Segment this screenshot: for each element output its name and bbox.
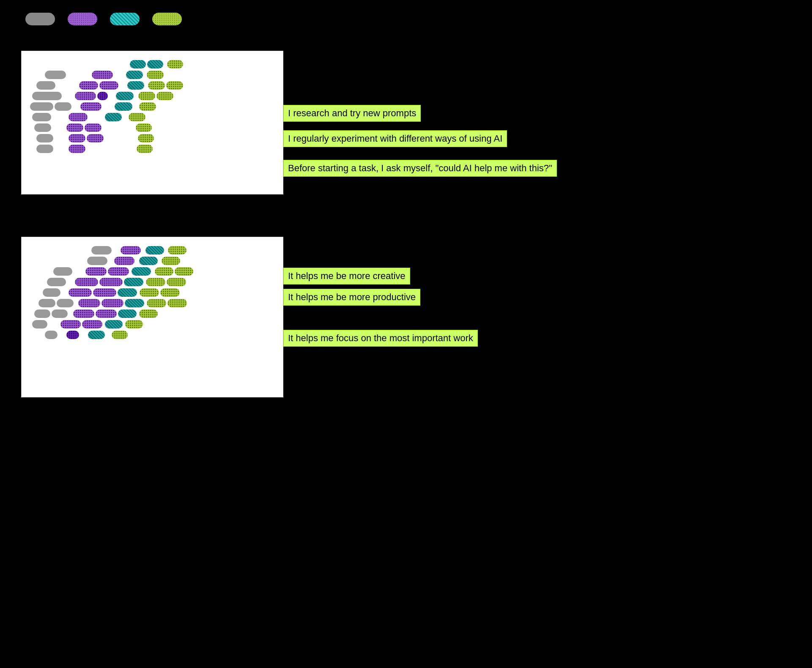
chart-2 (21, 237, 283, 397)
legend-item-green (152, 13, 182, 25)
legend-swatch-teal (110, 13, 140, 25)
chart2-row-2 (28, 256, 277, 266)
chart1-row-1 (28, 60, 277, 69)
chart1-row-3 (28, 81, 277, 90)
legend (25, 13, 182, 25)
legend-swatch-purple (68, 13, 97, 25)
legend-swatch-gray (25, 13, 55, 25)
chart1-row-8 (28, 134, 277, 143)
chart2-row-5 (28, 288, 277, 297)
legend-item-gray (25, 13, 55, 25)
chart2-row-4 (28, 277, 277, 287)
chart1-row-9 (28, 144, 277, 153)
chart2-row-8 (28, 320, 277, 329)
chart1-row-4 (28, 91, 277, 101)
chart2-row-7 (28, 309, 277, 318)
chart1-row-6 (28, 112, 277, 122)
chart2-row-9 (28, 330, 277, 339)
label-chart1-3: Before starting a task, I ask myself, "c… (283, 160, 557, 177)
label-chart2-3: It helps me focus on the most important … (283, 330, 478, 347)
legend-swatch-green (152, 13, 182, 25)
chart1-row-7 (28, 123, 277, 132)
chart2-row-6 (28, 298, 277, 308)
legend-item-purple (68, 13, 97, 25)
chart1-row-2 (28, 70, 277, 79)
legend-item-teal (110, 13, 140, 25)
chart-1 (21, 51, 283, 194)
label-chart2-1: It helps me be more creative (283, 268, 410, 285)
chart2-row-1 (28, 246, 277, 255)
chart1-row-5 (28, 102, 277, 111)
label-chart1-1: I research and try new prompts (283, 105, 421, 122)
chart2-row-3 (28, 267, 277, 276)
label-chart1-2: I regularly experiment with different wa… (283, 130, 507, 147)
label-chart2-2: It helps me be more productive (283, 289, 420, 306)
